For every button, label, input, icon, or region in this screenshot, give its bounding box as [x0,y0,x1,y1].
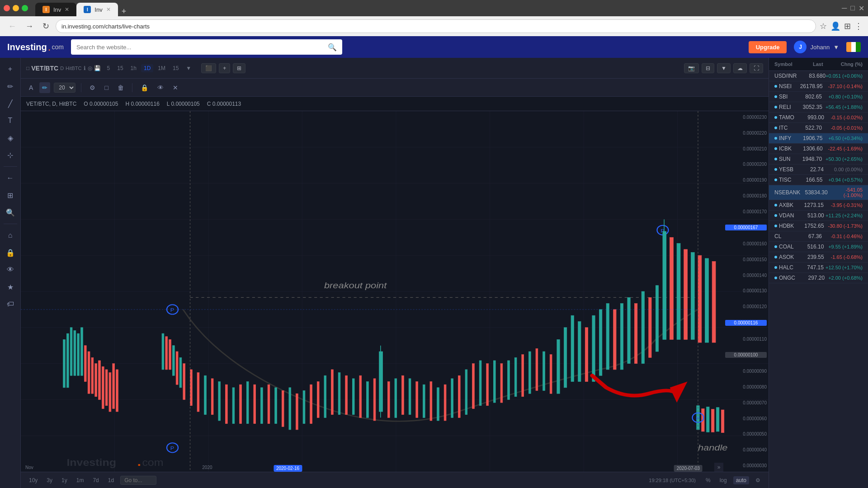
profile-icon[interactable]: 👤 [830,21,840,31]
browser-tab-2[interactable]: I Inv ✕ [76,3,118,16]
back-btn[interactable]: ← [5,20,19,33]
sidebar-tool-shapes[interactable]: ◈ [3,130,18,145]
tf-1m[interactable]: 1M [155,64,168,72]
new-tab-btn[interactable]: + [118,7,130,16]
draw-eye-tool[interactable]: 👁 [155,82,166,93]
minimize-window-btn[interactable] [13,5,19,11]
layout-dropdown[interactable]: ▼ [717,63,731,73]
sidebar-tool-star[interactable]: ★ [3,279,18,295]
stock-row[interactable]: RELI3052.35+56.45 (+1.88%) [769,102,868,113]
sidebar-tool-home[interactable]: ⌂ [3,228,18,243]
draw-settings-tool[interactable]: ⚙ [87,82,98,93]
period-10y[interactable]: 10y [26,476,40,484]
stock-row[interactable]: NSEI26178.95-37.10 (-0.14%) [769,81,868,92]
chart-expand-btn[interactable]: » [714,463,723,472]
stock-dot-icon [774,85,777,88]
period-1y[interactable]: 1y [59,476,70,484]
tf-15[interactable]: 15 [114,64,126,72]
tf-1d[interactable]: 1D [141,64,153,72]
sidebar-tool-line[interactable]: ╱ [3,96,18,111]
period-3y[interactable]: 3y [44,476,55,484]
restore-btn[interactable]: □ [850,4,855,12]
chart-canvas[interactable]: P [21,111,769,472]
period-1m[interactable]: 1m [74,476,87,484]
sidebar-tool-back[interactable]: ← [3,170,18,186]
period-7d[interactable]: 7d [90,476,101,484]
save-btn[interactable]: ☁ [733,63,747,73]
stock-row[interactable]: INFY1906.75+6.50 (+0.34%) [769,133,868,144]
tf-5[interactable]: 5 [104,64,113,72]
stock-row[interactable]: NSEBANK53834.30-541.05 (-1.00%) [769,185,868,200]
tf-dropdown[interactable]: ▼ [183,64,194,72]
screenshot-btn[interactable]: 📷 [684,63,699,73]
sidebar-tool-crosshair[interactable]: + [3,61,18,77]
stock-row[interactable]: COAL516.10+9.55 (+1.89%) [769,242,868,252]
stock-row[interactable]: USD/INR83.680+0.051 (+0.06%) [769,71,868,81]
tab-1-close[interactable]: ✕ [65,6,69,13]
draw-delete-tool[interactable]: 🗑 [115,82,127,93]
log-btn[interactable]: log [717,476,730,484]
sidebar-tool-pencil[interactable]: ✏ [3,79,18,94]
bookmark-icon[interactable]: ☆ [820,21,827,31]
draw-pen-tool[interactable]: ✏ [39,82,50,93]
stock-row[interactable]: AXBK1273.15-3.95 (-0.31%) [769,200,868,211]
stock-row[interactable]: HALC747.15+12.50 (+1.70%) [769,263,868,273]
goto-input[interactable] [120,476,156,485]
stock-row[interactable]: YESB22.740.00 (0.00%) [769,164,868,175]
chart-tool-compare[interactable]: + [219,63,230,73]
font-size-select[interactable]: 20 [54,83,75,93]
stock-row[interactable]: ICBK1306.60-22.45 (-1.69%) [769,144,868,154]
col-header-last: Last [793,61,823,67]
stock-row[interactable]: ITC522.70-0.05 (-0.01%) [769,123,868,133]
sidebar-tool-indicators[interactable]: ⊞ [3,188,18,203]
svg-rect-96 [522,355,524,397]
percent-btn[interactable]: % [703,476,713,484]
stock-row[interactable]: HDBK1752.65-30.80 (-1.73%) [769,221,868,231]
stock-row[interactable]: ASOK239.55-1.65 (-0.68%) [769,252,868,263]
search-icon[interactable]: 🔍 [328,43,337,52]
stock-row[interactable]: VDAN513.00+11.25 (+2.24%) [769,211,868,221]
user-section[interactable]: J Johann ▼ [794,41,839,53]
symbol-selector[interactable]: □ VET/BTC D HitBTC ℹ ◎ 💾 [26,65,101,72]
sidebar-tool-lock[interactable]: 🔒 [3,245,18,260]
sidebar-tool-tag[interactable]: 🏷 [3,296,18,312]
stock-row[interactable]: SBI802.65+0.80 (+0.10%) [769,92,868,102]
close-window-btn[interactable] [4,5,10,11]
draw-rect-tool[interactable]: □ [102,82,111,93]
draw-text-tool[interactable]: A [26,82,36,93]
address-bar[interactable]: in.investing.com/charts/live-charts [56,19,816,33]
stock-row[interactable]: SUN1948.70+50.30 (+2.65%) [769,154,868,164]
fullscreen-btn[interactable]: ⛶ [750,63,763,73]
close-btn[interactable]: ✕ [859,4,864,13]
tf-1h[interactable]: 1h [128,64,139,72]
minimize-btn[interactable]: ─ [842,4,847,12]
chart-tool-bar-type[interactable]: ⬛ [201,63,216,73]
stock-row[interactable]: ONGC297.20+2.00 (+0.68%) [769,273,868,283]
stock-row[interactable]: TISC166.55+0.94 (+0.57%) [769,175,868,185]
stock-row[interactable]: CL67.36-0.31 (-0.46%) [769,231,868,242]
period-1d[interactable]: 1d [105,476,117,484]
sidebar-tool-measure[interactable]: ⊹ [3,147,18,163]
sidebar-tool-search[interactable]: 🔍 [3,205,18,220]
layout-btn[interactable]: ⊟ [702,63,714,73]
draw-trash-tool[interactable]: ✕ [170,82,181,93]
extensions-icon[interactable]: ⊞ [844,21,851,31]
upgrade-button[interactable]: Upgrade [749,41,787,53]
svg-rect-45 [204,375,207,414]
sidebar-tool-eye[interactable]: 👁 [3,262,18,277]
draw-lock-tool[interactable]: 🔒 [138,82,151,93]
forward-btn[interactable]: → [23,20,36,33]
browser-tab-1[interactable]: I Inv ✕ [35,3,76,16]
settings-btn[interactable]: ⚙ [753,476,763,484]
tf-custom[interactable]: 15 [170,64,181,72]
menu-icon[interactable]: ⋮ [854,21,863,31]
tab-2-close[interactable]: ✕ [106,6,111,13]
search-input[interactable] [71,39,342,55]
sidebar-tool-text[interactable]: T [3,113,18,128]
auto-btn[interactable]: auto [733,476,749,484]
chart-tool-indicators[interactable]: ⊞ [233,63,245,73]
svg-rect-82 [423,385,425,418]
maximize-window-btn[interactable] [22,5,28,11]
reload-btn[interactable]: ↻ [40,19,52,33]
stock-row[interactable]: TAMO993.00-0.15 (-0.02%) [769,113,868,123]
